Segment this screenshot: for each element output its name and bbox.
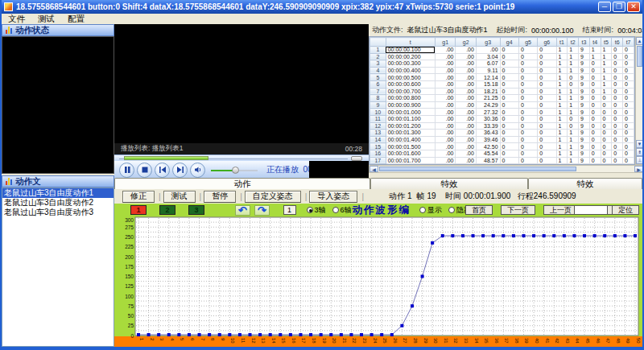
radio-3轴[interactable]: 3轴 [307, 205, 326, 216]
data-point[interactable] [269, 333, 272, 336]
table-cell[interactable]: 9 [579, 136, 590, 143]
data-point[interactable] [218, 333, 221, 336]
table-cell[interactable]: .00 [435, 95, 455, 102]
data-point[interactable] [532, 234, 535, 237]
table-cell[interactable]: 00:00:01.000 [386, 109, 435, 116]
table-cell[interactable]: 00:00:00.600 [386, 80, 435, 88]
table-cell[interactable]: 0 [500, 60, 518, 68]
table-cell[interactable]: 15.18 [476, 80, 500, 88]
data-point[interactable] [563, 234, 566, 237]
table-cell[interactable]: 6.07 [476, 60, 500, 68]
table-cell[interactable]: 0 [612, 95, 623, 102]
table-cell[interactable]: 1 [556, 109, 568, 116]
table-cell[interactable]: 1 [601, 53, 612, 60]
table-cell[interactable]: 0 [500, 130, 518, 137]
table-cell[interactable]: 0 [589, 74, 601, 81]
data-point[interactable] [329, 333, 332, 336]
table-cell[interactable]: 00:00:01.700 [386, 157, 435, 164]
table-cell[interactable]: 33.39 [476, 122, 500, 130]
table-cell[interactable]: 0 [601, 143, 612, 150]
table-cell[interactable]: 0 [623, 67, 634, 74]
scroll-thumb[interactable] [637, 46, 642, 67]
table-cell[interactable]: 1 [556, 136, 568, 143]
table-cell[interactable]: .00 [456, 67, 476, 74]
data-point[interactable] [228, 333, 231, 336]
table-cell[interactable]: 0 [612, 88, 623, 95]
list-item[interactable]: 老鼠过山车3自由度动作2 [2, 198, 114, 208]
table-cell[interactable]: 00:00:01.100 [386, 115, 435, 122]
table-cell[interactable]: 0 [518, 130, 537, 137]
table-cell[interactable]: 0 [500, 67, 518, 74]
data-point[interactable] [340, 333, 343, 336]
table-cell[interactable]: 1 [556, 143, 568, 150]
table-cell[interactable]: 1 [556, 80, 568, 88]
prev-track-button[interactable] [155, 163, 170, 178]
data-point[interactable] [481, 234, 485, 237]
table-cell[interactable]: 0 [538, 101, 556, 109]
tab-特效-2[interactable]: 特效 [528, 178, 642, 189]
table-cell[interactable]: 9 [579, 157, 590, 164]
redo-icon[interactable]: ↷ [254, 205, 270, 216]
table-cell[interactable]: 0 [500, 53, 518, 60]
table-cell[interactable]: 1 [556, 60, 568, 68]
table-cell[interactable]: 0 [538, 74, 556, 81]
series-button-3[interactable]: 3 [188, 205, 204, 215]
table-cell[interactable]: 0 [623, 60, 634, 68]
table-cell[interactable]: 24.29 [476, 101, 500, 109]
table-cell[interactable]: 00:00:00.200 [386, 53, 435, 60]
table-cell[interactable]: 1 [556, 53, 568, 60]
table-cell[interactable]: 0 [623, 53, 634, 60]
pause-button[interactable] [119, 163, 134, 178]
scroll-right-icon[interactable]: ▶ [634, 166, 643, 172]
data-point[interactable] [451, 234, 454, 237]
table-cell[interactable]: 9 [579, 80, 590, 88]
table-cell[interactable]: .00 [435, 157, 455, 164]
table-cell[interactable]: 00:00:00.700 [386, 88, 435, 95]
menu-item-配置[interactable]: 配置 [68, 14, 85, 25]
table-cell[interactable]: 9 [579, 109, 590, 116]
table-cell[interactable]: 1 [601, 60, 612, 68]
table-cell[interactable]: 39.46 [476, 136, 500, 143]
data-point[interactable] [299, 333, 302, 336]
table-cell[interactable]: 0 [612, 53, 623, 60]
table-cell[interactable]: 13 [370, 130, 386, 137]
table-cell[interactable]: 1 [568, 143, 579, 150]
table-cell[interactable]: 1 [568, 136, 579, 143]
waveform-plot[interactable]: 0255075100125150175200225250275300123456… [114, 216, 644, 347]
table-cell[interactable]: 0 [623, 109, 634, 116]
table-cell[interactable]: 0 [518, 95, 537, 102]
data-point[interactable] [492, 234, 495, 237]
table-cell[interactable]: 0 [601, 136, 612, 143]
table-cell[interactable]: 0 [500, 109, 518, 116]
table-cell[interactable]: 0 [589, 143, 601, 150]
table-cell[interactable]: .00 [435, 109, 455, 116]
undo-icon[interactable]: ↶ [235, 205, 250, 216]
table-cell[interactable]: 9 [579, 47, 590, 54]
table-cell[interactable]: 11 [370, 115, 386, 122]
table-cell[interactable]: 1 [601, 74, 612, 81]
data-point[interactable] [370, 333, 374, 336]
table-cell[interactable]: .00 [456, 53, 476, 60]
table-cell[interactable]: 1 [556, 88, 568, 95]
data-point[interactable] [441, 234, 444, 237]
table-cell[interactable]: 9 [579, 95, 590, 102]
table-cell[interactable]: 0 [612, 74, 623, 81]
table-cell[interactable]: 0 [612, 122, 623, 130]
stop-button[interactable] [137, 163, 152, 178]
page-number-input[interactable] [574, 205, 608, 215]
scroll-page-down-icon[interactable]: ⇟ [636, 148, 643, 156]
table-cell[interactable]: 5 [370, 74, 386, 81]
table-cell[interactable]: 0 [500, 47, 518, 54]
table-cell[interactable]: 0 [538, 157, 556, 164]
data-point[interactable] [238, 333, 242, 336]
table-cell[interactable]: 0 [601, 95, 612, 102]
table-cell[interactable]: 00:00:00.400 [386, 67, 435, 74]
table-cell[interactable]: 0 [518, 53, 537, 60]
table-cell[interactable]: 0 [538, 88, 556, 95]
table-cell[interactable]: 1 [556, 67, 568, 74]
table-cell[interactable]: 0 [601, 115, 612, 122]
table-cell[interactable]: 15 [370, 143, 386, 150]
data-point[interactable] [522, 234, 525, 237]
table-cell[interactable]: 0 [518, 74, 537, 81]
table-cell[interactable]: 0 [623, 150, 634, 157]
